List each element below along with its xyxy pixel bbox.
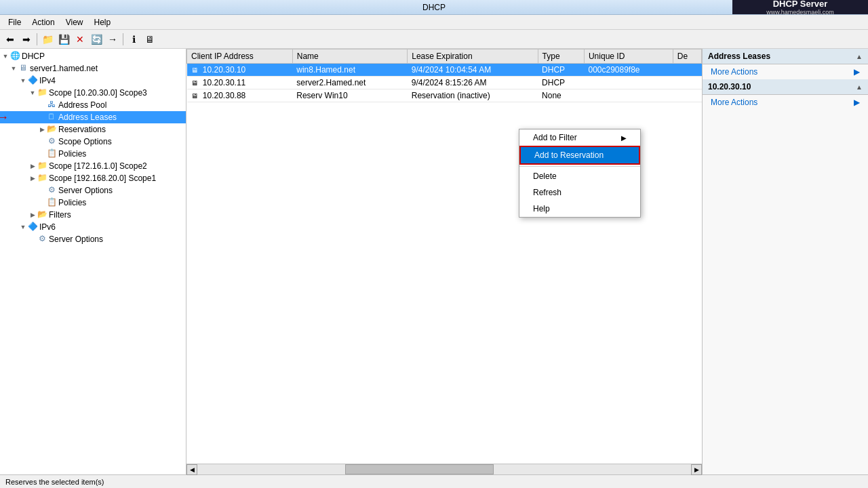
toolbar-up[interactable]: 📁 (40, 32, 55, 47)
tree-label-ipv4: IPv4 (39, 76, 56, 85)
address-pool-icon: 🖧 (46, 100, 57, 110)
context-menu-delete[interactable]: Delete (519, 168, 640, 184)
col-header-desc[interactable]: De (673, 49, 701, 64)
cell-expiration: 9/4/2024 8:15:26 AM (408, 77, 538, 89)
toolbar-view[interactable]: 🖥 (142, 32, 157, 47)
window-title: DHCP (422, 3, 446, 12)
tree-label-scope3: Scope [10.20.30.0] Scope3 (49, 88, 147, 98)
cell-ip: 🖥 10.20.30.10 (187, 64, 293, 77)
tree-node-scope2[interactable]: ▶ 📁 Scope [172.16.1.0] Scope2 (0, 160, 186, 172)
context-item-label: Refresh (533, 188, 561, 197)
toolbar-sep-2 (123, 33, 123, 45)
server-options-scope1-icon: ⚙ (46, 185, 57, 196)
expand-scope3[interactable]: ▼ (28, 89, 37, 96)
tree-node-ipv6[interactable]: ▼ 🔷 IPv6 (0, 221, 186, 233)
tree-label-policies-scope1: Policies (58, 198, 86, 207)
tree-label-server: server1.hamed.net (30, 64, 98, 73)
table-scroll-area[interactable]: Client IP Address Name Lease Expiration … (186, 49, 702, 464)
tree-node-server[interactable]: ▼ 🖥 server1.hamed.net (0, 62, 186, 75)
cell-ip: 🖥 10.20.30.11 (187, 77, 293, 89)
tree-node-policies-scope1[interactable]: 📋 Policies (0, 197, 186, 209)
actions-section-ip[interactable]: 10.20.30.10 ▲ (703, 79, 868, 95)
submenu-arrow-filter: ▶ (621, 134, 627, 142)
actions-section-address-leases[interactable]: Address Leases ▲ (703, 49, 868, 64)
table-row[interactable]: 🖥 10.20.30.11 server2.Hamed.net 9/4/2024… (187, 77, 702, 89)
cell-desc (673, 77, 701, 89)
toolbar-show-hide[interactable]: 💾 (56, 32, 71, 47)
collapse-btn-1[interactable]: ▲ (856, 53, 863, 60)
scroll-right-btn[interactable]: ▶ (691, 464, 702, 475)
scroll-track[interactable] (197, 464, 691, 474)
tree-node-address-leases[interactable]: 🗒 Address Leases (0, 111, 186, 123)
col-header-expiration[interactable]: Lease Expiration (408, 49, 538, 64)
toolbar-forward[interactable]: ➡ (19, 32, 34, 47)
context-menu: Add to Filter ▶ Add to Reservation Delet… (519, 129, 641, 218)
collapse-btn-2[interactable]: ▲ (856, 83, 863, 91)
expand-ipv6[interactable]: ▼ (19, 224, 27, 230)
toolbar-export[interactable]: → (105, 32, 120, 47)
col-header-uniqueid[interactable]: Unique ID (584, 49, 673, 64)
toolbar-refresh[interactable]: 🔄 (89, 32, 104, 47)
tree-node-dhcp[interactable]: ▼ 🌐 DHCP (0, 50, 186, 62)
expand-reservations[interactable]: ▶ (38, 126, 46, 133)
menu-view[interactable]: View (60, 16, 89, 28)
brand-website: www.hamedesmaeli.com (766, 9, 834, 16)
cell-name: win8.Hamed.net (292, 64, 407, 77)
tree-node-ipv4[interactable]: ▼ 🔷 IPv4 (0, 75, 186, 87)
tree-node-policies-scope3[interactable]: 📋 Policies (0, 148, 186, 160)
toolbar-back[interactable]: ⬅ (3, 32, 18, 47)
tree-node-server-options-scope1[interactable]: ⚙ Server Options (0, 184, 186, 197)
menu-help[interactable]: Help (89, 16, 117, 28)
cell-desc (673, 89, 701, 102)
expand-scope1[interactable]: ▶ (28, 175, 37, 182)
content-panel: Client IP Address Name Lease Expiration … (186, 49, 702, 474)
tree-label-address-leases: Address Leases (58, 113, 117, 122)
cell-uniqueid (584, 77, 673, 89)
tree-label-scope1: Scope [192.168.20.0] Scope1 (49, 174, 156, 183)
menu-bar: File Action View Help (0, 15, 868, 30)
table-row[interactable]: 🖥 10.20.30.88 Reserv Win10 Reservation (… (187, 89, 702, 102)
tree-node-filters[interactable]: ▶ 📂 Filters (0, 209, 186, 221)
action-arrow-2: ▶ (854, 98, 860, 107)
expand-ipv4[interactable]: ▼ (19, 77, 27, 84)
context-item-label: Add to Reservation (534, 150, 604, 160)
toolbar-delete[interactable]: ✕ (73, 32, 87, 47)
expand-filters[interactable]: ▶ (28, 211, 37, 218)
context-menu-add-reservation[interactable]: Add to Reservation (519, 146, 640, 165)
horizontal-scrollbar[interactable]: ◀ ▶ (186, 464, 702, 474)
expand-scope2[interactable]: ▶ (28, 163, 37, 169)
tree-label-dhcp: DHCP (22, 52, 45, 61)
scroll-left-btn[interactable]: ◀ (186, 464, 197, 475)
policies-scope3-icon: 📋 (46, 148, 57, 159)
leases-table: Client IP Address Name Lease Expiration … (186, 49, 702, 102)
tree-label-ipv6: IPv6 (39, 222, 56, 232)
table-row[interactable]: 🖥 10.20.30.10 win8.Hamed.net 9/4/2024 10… (187, 64, 702, 77)
action-more-actions-2[interactable]: More Actions ▶ (703, 95, 868, 110)
tree-node-address-pool[interactable]: 🖧 Address Pool (0, 99, 186, 111)
col-header-type[interactable]: Type (538, 49, 584, 64)
red-arrow-indicator: → (0, 110, 9, 125)
menu-file[interactable]: File (3, 16, 26, 28)
toolbar-info[interactable]: ℹ (126, 32, 141, 47)
col-header-name[interactable]: Name (292, 49, 407, 64)
action-more-actions-1[interactable]: More Actions ▶ (703, 64, 868, 79)
tree-node-server-options-ipv6[interactable]: ⚙ Server Options (0, 233, 186, 245)
tree-node-scope1[interactable]: ▶ 📁 Scope [192.168.20.0] Scope1 (0, 172, 186, 184)
menu-action[interactable]: Action (26, 16, 60, 28)
tree-panel: ▼ 🌐 DHCP ▼ 🖥 server1.hamed.net ▼ 🔷 IPv4 … (0, 49, 186, 474)
expand-dhcp[interactable]: ▼ (1, 53, 9, 60)
cell-type: DHCP (538, 64, 584, 77)
context-menu-refresh[interactable]: Refresh (519, 184, 640, 201)
tree-node-reservations[interactable]: ▶ 📂 Reservations (0, 123, 186, 136)
main-layout: ▼ 🌐 DHCP ▼ 🖥 server1.hamed.net ▼ 🔷 IPv4 … (0, 49, 868, 474)
scroll-thumb[interactable] (345, 464, 493, 474)
action-label-more-2: More Actions (711, 98, 757, 107)
col-header-ip[interactable]: Client IP Address (187, 49, 293, 64)
context-menu-add-filter[interactable]: Add to Filter ▶ (519, 129, 640, 146)
scope1-icon: 📁 (37, 173, 47, 184)
tree-node-scope3[interactable]: ▼ 📁 Scope [10.20.30.0] Scope3 (0, 87, 186, 99)
tree-node-scope-options[interactable]: ⚙ Scope Options (0, 136, 186, 148)
expand-server[interactable]: ▼ (9, 65, 18, 72)
context-menu-help[interactable]: Help (519, 201, 640, 217)
context-menu-separator (519, 166, 640, 167)
